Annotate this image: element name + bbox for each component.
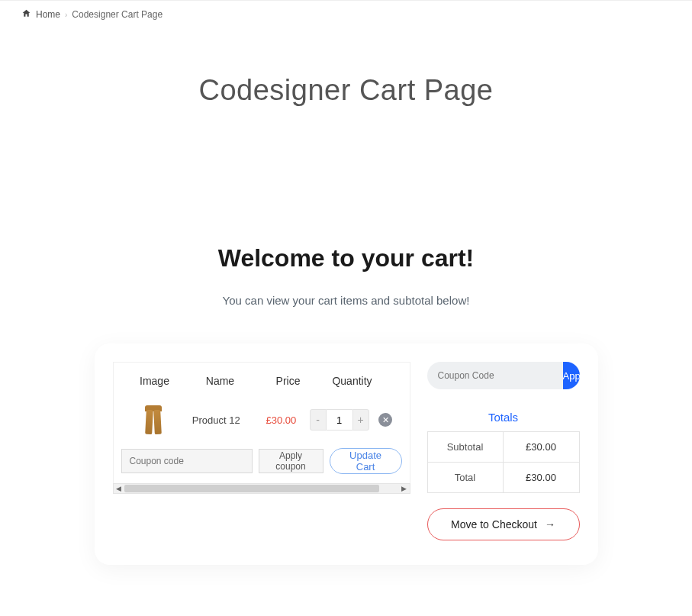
checkout-button[interactable]: Move to Checkout → [427,508,580,540]
product-image[interactable] [144,405,163,434]
horizontal-scrollbar[interactable]: ◀ ▶ [113,483,410,494]
cart-card: Image Name Price Quantity Product 12 £30… [95,343,598,565]
page-title: Codesigner Cart Page [0,74,692,107]
hero-subtext: You can view your cart items and subtota… [0,294,692,307]
cart-actions-row: Apply coupon Update Cart [114,443,410,483]
home-icon [21,8,31,21]
subtotal-label: Subtotal [428,432,504,462]
scroll-thumb[interactable] [124,485,380,492]
qty-increase-button[interactable]: + [352,409,369,431]
update-cart-button[interactable]: Update Cart [330,448,402,474]
chevron-right-icon: › [65,11,67,19]
total-value: £30.00 [504,463,579,492]
col-header-name: Name [182,375,259,387]
total-label: Total [428,463,504,492]
subtotal-row: Subtotal £30.00 [428,432,579,463]
breadcrumb-home-link[interactable]: Home [36,9,60,20]
product-price: £30.00 [253,414,310,426]
cart-right: Apply Totals Subtotal £30.00 Total £30.0… [427,362,580,540]
apply-coupon-button[interactable]: Apply coupon [259,449,323,473]
subtotal-value: £30.00 [504,432,579,462]
scroll-track[interactable] [124,484,399,493]
qty-decrease-button[interactable]: - [310,409,327,431]
side-apply-button[interactable]: Apply [563,362,580,389]
scroll-left-arrow-icon[interactable]: ◀ [114,484,124,493]
col-header-image: Image [127,375,182,387]
cart-table-header: Image Name Price Quantity [114,363,410,401]
quantity-stepper: - + [310,409,369,431]
remove-item-button[interactable]: ✕ [378,413,392,427]
product-name[interactable]: Product 12 [179,414,253,426]
coupon-pill: Apply [427,362,580,389]
totals-table: Subtotal £30.00 Total £30.00 [427,431,580,493]
coupon-code-input[interactable] [121,449,253,473]
breadcrumb: Home › Codesigner Cart Page [0,1,692,28]
totals-title: Totals [427,411,580,424]
checkout-label: Move to Checkout [451,518,537,531]
total-row: Total £30.00 [428,463,579,493]
qty-input[interactable] [327,409,352,431]
hero-heading: Welcome to your cart! [0,244,692,273]
table-row: Product 12 £30.00 - + ✕ [114,401,410,443]
scroll-right-arrow-icon[interactable]: ▶ [399,484,410,493]
col-header-qty: Quantity [318,375,387,387]
close-icon: ✕ [382,416,389,424]
breadcrumb-current: Codesigner Cart Page [72,9,163,20]
arrow-right-icon: → [545,518,555,531]
cart-table: Image Name Price Quantity Product 12 £30… [113,362,410,483]
hero: Welcome to your cart! You can view your … [0,244,692,565]
col-header-price: Price [259,375,318,387]
side-coupon-input[interactable] [427,362,563,389]
cart-left: Image Name Price Quantity Product 12 £30… [113,362,410,494]
